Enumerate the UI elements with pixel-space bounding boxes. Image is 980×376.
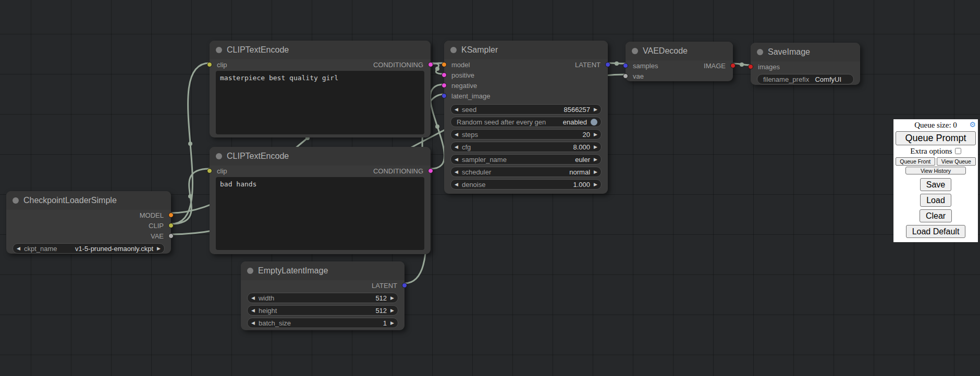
- node-collapse-dot[interactable]: [216, 153, 222, 159]
- input-slot-model[interactable]: [442, 62, 447, 67]
- widget-denoise[interactable]: ◀ denoise 1.000 ▶: [450, 179, 602, 190]
- node-title-bar[interactable]: KSampler: [444, 41, 608, 59]
- extra-options-checkbox[interactable]: [955, 148, 961, 154]
- input-slot-clip[interactable]: [207, 168, 212, 173]
- node-graph-canvas[interactable]: { "colors": { "model": "#ee8822", "clip"…: [0, 0, 980, 376]
- input-label-clip: clip: [217, 61, 227, 69]
- output-label-image: IMAGE: [704, 62, 726, 70]
- view-history-button[interactable]: View History: [905, 167, 966, 174]
- decrement-arrow-icon[interactable]: ◀: [455, 182, 458, 187]
- positive-prompt-textarea[interactable]: masterpiece best quality girl: [216, 71, 424, 134]
- output-slot-latent[interactable]: [402, 283, 407, 288]
- node-title-bar[interactable]: EmptyLatentImage: [241, 261, 405, 280]
- save-button[interactable]: Save: [920, 178, 951, 191]
- decrement-arrow-icon[interactable]: ◀: [455, 145, 458, 149]
- widget-seed[interactable]: ◀ seed 8566257 ▶: [450, 104, 602, 115]
- widget-cfg[interactable]: ◀ cfg 8.000 ▶: [450, 142, 602, 152]
- widget-label: scheduler: [462, 168, 491, 176]
- decrement-arrow-icon[interactable]: ◀: [251, 321, 255, 325]
- increment-arrow-icon[interactable]: ▶: [594, 157, 597, 162]
- output-slot-image[interactable]: [730, 63, 736, 68]
- negative-prompt-textarea[interactable]: bad hands: [216, 177, 424, 250]
- decrement-arrow-icon[interactable]: ◀: [17, 246, 20, 251]
- increment-arrow-icon[interactable]: ▶: [594, 182, 597, 187]
- node-title-bar[interactable]: CLIPTextEncode: [210, 41, 431, 59]
- output-label-vae: VAE: [151, 232, 164, 240]
- node-save-image[interactable]: SaveImage images filename_prefix ComfyUI: [751, 43, 860, 85]
- output-row: MODEL: [6, 210, 171, 220]
- node-title-bar[interactable]: CLIPTextEncode: [210, 147, 431, 166]
- node-clip-text-encode-negative[interactable]: CLIPTextEncode clip CONDITIONING bad han…: [210, 147, 431, 254]
- decrement-arrow-icon[interactable]: ◀: [251, 308, 255, 313]
- widget-ckpt-name[interactable]: ◀ ckpt_name v1-5-pruned-emaonly.ckpt ▶: [13, 243, 165, 254]
- output-slot-conditioning[interactable]: [428, 62, 433, 67]
- input-slot-vae[interactable]: [623, 73, 628, 79]
- node-title-bar[interactable]: SaveImage: [751, 43, 860, 61]
- output-slot-vae[interactable]: [168, 233, 174, 239]
- output-slot-latent[interactable]: [605, 62, 610, 67]
- widget-scheduler[interactable]: ◀ scheduler normal ▶: [450, 167, 602, 177]
- widget-width[interactable]: ◀ width 512 ▶: [247, 293, 398, 303]
- node-clip-text-encode-positive[interactable]: CLIPTextEncode clip CONDITIONING masterp…: [210, 41, 431, 137]
- load-default-button[interactable]: Load Default: [906, 225, 966, 238]
- settings-gear-icon[interactable]: ⚙: [969, 121, 976, 128]
- increment-arrow-icon[interactable]: ▶: [390, 296, 394, 300]
- node-collapse-dot[interactable]: [247, 268, 253, 274]
- node-collapse-dot[interactable]: [216, 47, 222, 53]
- output-slot-conditioning[interactable]: [428, 168, 433, 173]
- widget-label: ckpt_name: [24, 245, 57, 253]
- node-empty-latent-image[interactable]: EmptyLatentImage LATENT ◀ width 512 ▶ ◀ …: [241, 261, 405, 330]
- node-collapse-dot[interactable]: [450, 47, 457, 53]
- decrement-arrow-icon[interactable]: ◀: [455, 170, 458, 174]
- decrement-arrow-icon[interactable]: ◀: [455, 157, 458, 162]
- link-midpoint-dot: [188, 194, 192, 198]
- input-label-negative: negative: [451, 82, 477, 90]
- extra-options-label: Extra options: [910, 147, 952, 156]
- output-slot-clip[interactable]: [168, 223, 174, 228]
- node-collapse-dot[interactable]: [757, 49, 763, 55]
- decrement-arrow-icon[interactable]: ◀: [251, 296, 255, 300]
- node-vae-decode[interactable]: VAEDecode samples IMAGE vae: [626, 42, 733, 81]
- node-title: CheckpointLoaderSimple: [23, 196, 117, 205]
- output-slot-model[interactable]: [168, 212, 174, 218]
- input-slot-latent-image[interactable]: [442, 93, 447, 98]
- node-checkpoint-loader-simple[interactable]: CheckpointLoaderSimple MODEL CLIP VAE ◀ …: [6, 191, 171, 254]
- increment-arrow-icon[interactable]: ▶: [157, 246, 161, 251]
- widget-label: width: [259, 294, 274, 302]
- widget-batch-size[interactable]: ◀ batch_size 1 ▶: [247, 318, 398, 328]
- node-collapse-dot[interactable]: [632, 48, 638, 54]
- decrement-arrow-icon[interactable]: ◀: [455, 132, 458, 137]
- increment-arrow-icon[interactable]: ▶: [594, 132, 597, 137]
- queue-front-button[interactable]: Queue Front: [896, 157, 935, 166]
- node-collapse-dot[interactable]: [13, 197, 19, 204]
- load-button[interactable]: Load: [920, 194, 951, 207]
- view-queue-button[interactable]: View Queue: [937, 157, 976, 166]
- queue-prompt-button[interactable]: Queue Prompt: [896, 131, 976, 145]
- input-slot-negative[interactable]: [442, 83, 447, 88]
- slot-row: clip CONDITIONING: [210, 59, 431, 70]
- increment-arrow-icon[interactable]: ▶: [594, 107, 597, 112]
- node-title-bar[interactable]: VAEDecode: [626, 42, 733, 60]
- clear-button[interactable]: Clear: [920, 209, 952, 222]
- widget-random-seed-toggle[interactable]: Random seed after every gen enabled: [450, 117, 602, 127]
- input-slot-positive[interactable]: [442, 72, 447, 78]
- widget-value: euler: [575, 156, 590, 164]
- widget-value: v1-5-pruned-emaonly.ckpt: [75, 245, 153, 253]
- input-slot-clip[interactable]: [207, 62, 212, 67]
- widget-label: denoise: [462, 181, 486, 189]
- input-label-model: model: [451, 61, 470, 69]
- widget-height[interactable]: ◀ height 512 ▶: [247, 305, 398, 316]
- increment-arrow-icon[interactable]: ▶: [390, 308, 394, 313]
- increment-arrow-icon[interactable]: ▶: [594, 170, 597, 174]
- input-slot-samples[interactable]: [623, 63, 628, 68]
- widget-filename-prefix[interactable]: filename_prefix ComfyUI: [757, 74, 854, 84]
- widget-steps[interactable]: ◀ steps 20 ▶: [450, 129, 602, 140]
- toggle-on-dot[interactable]: [591, 119, 597, 126]
- input-slot-images[interactable]: [748, 64, 753, 69]
- increment-arrow-icon[interactable]: ▶: [594, 145, 597, 149]
- node-title-bar[interactable]: CheckpointLoaderSimple: [6, 191, 171, 210]
- widget-sampler-name[interactable]: ◀ sampler_name euler ▶: [450, 154, 602, 165]
- increment-arrow-icon[interactable]: ▶: [390, 321, 394, 325]
- node-ksampler[interactable]: KSampler model LATENT positive negative …: [444, 41, 608, 194]
- decrement-arrow-icon[interactable]: ◀: [455, 107, 458, 112]
